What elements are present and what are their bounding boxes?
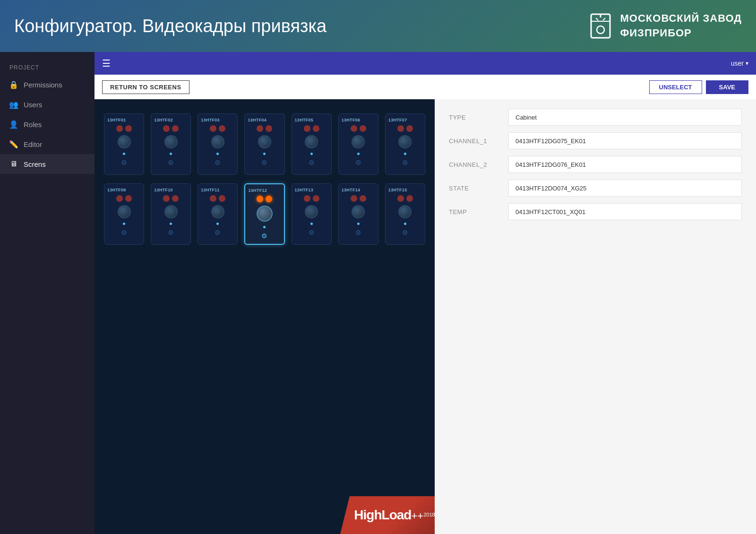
prop-row-channel1: CHANNEL_1 0413HTF12DG075_EK01 bbox=[449, 132, 742, 149]
hamburger-icon[interactable]: ☰ bbox=[102, 58, 111, 69]
cabinet-label: 13HTF07 bbox=[388, 118, 407, 122]
cabinet-indicators bbox=[257, 196, 272, 202]
cabinet-logo-icon: ⚙ bbox=[402, 159, 408, 166]
sidebar-item-editor[interactable]: ✏️ Editor bbox=[0, 134, 94, 154]
save-button[interactable]: SAVE bbox=[706, 80, 748, 94]
content-area: ☰ user ▾ RETURN TO SCREENS UNSELECT SAVE bbox=[94, 52, 756, 534]
indicator-right bbox=[266, 125, 272, 132]
sidebar-item-permissions[interactable]: 🔒 Permissions bbox=[0, 75, 94, 95]
cabinet-card-10[interactable]: 13HTF10 ⚙ bbox=[151, 183, 191, 245]
cabinet-card-14[interactable]: 13HTF14 ⚙ bbox=[338, 183, 378, 245]
prop-state-value[interactable]: 0413HTF12DO074_XG25 bbox=[508, 180, 742, 197]
cabinet-card-13[interactable]: 13HTF13 ⚙ bbox=[292, 183, 332, 245]
cabinet-card-03[interactable]: 13HTF03 ⚙ bbox=[198, 113, 238, 175]
cabinet-card-11[interactable]: 13HTF11 ⚙ bbox=[198, 183, 238, 245]
svg-point-2 bbox=[597, 26, 604, 34]
cabinet-card-09[interactable]: 13HTF09 ⚙ bbox=[104, 183, 144, 245]
user-menu[interactable]: user ▾ bbox=[731, 60, 748, 67]
sidebar-item-label: Screns bbox=[24, 160, 46, 168]
sidebar-item-label: Users bbox=[24, 101, 42, 109]
prop-channel1-value[interactable]: 0413HTF12DG075_EK01 bbox=[508, 132, 742, 149]
cabinet-logo-icon: ⚙ bbox=[355, 229, 361, 236]
sidebar-item-screns[interactable]: 🖥 Screns bbox=[0, 154, 94, 174]
prop-row-channel2: CHANNEL_2 0413HTF12DG076_EK01 bbox=[449, 156, 742, 173]
indicator-left bbox=[304, 195, 310, 202]
prop-temp-value[interactable]: 0413HTF12CT001_XQ01 bbox=[508, 203, 742, 220]
highload-year: 2018 bbox=[423, 512, 435, 517]
indicator-left-active bbox=[257, 196, 263, 202]
properties-panel: Type Cabinet CHANNEL_1 0413HTF12DG075_EK… bbox=[435, 99, 756, 534]
user-label: user bbox=[731, 60, 744, 67]
cabinet-logo-icon: ⚙ bbox=[168, 229, 174, 236]
cabinet-label: 13HTF05 bbox=[295, 118, 314, 122]
cabinet-card-05[interactable]: 13HTF05 ⚙ bbox=[292, 113, 332, 175]
cabinet-card-06[interactable]: 13HTF06 ⚙ bbox=[338, 113, 378, 175]
cabinet-card-02[interactable]: 13HTF02 ⚙ bbox=[151, 113, 191, 175]
cabinet-label: 13HTF04 bbox=[248, 118, 266, 122]
cabinet-dot bbox=[263, 226, 266, 228]
unselect-button[interactable]: UNSELECT bbox=[649, 80, 702, 94]
svg-line-4 bbox=[596, 18, 598, 20]
cabinet-dot bbox=[310, 223, 313, 225]
indicator-right bbox=[406, 125, 413, 132]
cabinet-dial bbox=[211, 205, 224, 218]
indicator-right bbox=[406, 195, 413, 202]
cabinet-logo-icon: ⚙ bbox=[261, 159, 267, 166]
indicator-left bbox=[116, 125, 123, 132]
indicator-left bbox=[397, 195, 404, 202]
cabinet-indicators bbox=[163, 195, 179, 202]
main-layout: Project 🔒 Permissions 👥 Users 👤 Roles ✏️… bbox=[0, 52, 756, 534]
cabinet-dot bbox=[170, 223, 172, 225]
screns-icon: 🖥 bbox=[9, 160, 18, 168]
cabinet-card-15[interactable]: 13HTF15 ⚙ bbox=[385, 183, 425, 245]
indicator-left bbox=[351, 125, 357, 132]
users-icon: 👥 bbox=[9, 100, 18, 109]
cabinet-card-12-selected[interactable]: 13HTF12 ⚙ bbox=[244, 183, 284, 245]
return-to-screens-button[interactable]: RETURN TO SCREENS bbox=[102, 80, 189, 94]
indicator-right bbox=[172, 125, 179, 132]
cabinet-dot bbox=[170, 153, 172, 155]
indicator-left bbox=[116, 195, 123, 202]
cabinet-indicators bbox=[116, 195, 132, 202]
sidebar-item-users[interactable]: 👥 Users bbox=[0, 95, 94, 114]
prop-channel1-label: CHANNEL_1 bbox=[449, 138, 501, 145]
cabinet-dial bbox=[257, 206, 273, 222]
cabinet-logo-icon: ⚙ bbox=[309, 159, 315, 166]
cabinet-card-01[interactable]: 13HTF01 ⚙ bbox=[104, 113, 144, 175]
chevron-down-icon: ▾ bbox=[746, 60, 748, 67]
cabinet-indicators bbox=[351, 195, 366, 202]
cabinet-dot bbox=[404, 153, 406, 155]
cabinet-dial bbox=[164, 135, 178, 148]
indicator-left bbox=[304, 125, 310, 132]
cabinet-indicators bbox=[116, 125, 132, 132]
cabinet-indicators bbox=[210, 125, 225, 132]
cabinet-dial bbox=[398, 135, 412, 148]
cabinet-card-07[interactable]: 13HTF07 ⚙ bbox=[385, 113, 425, 175]
cabinet-dial bbox=[305, 205, 318, 218]
indicator-left bbox=[210, 125, 216, 132]
prop-channel2-value[interactable]: 0413HTF12DG076_EK01 bbox=[508, 156, 742, 173]
highload-bold-text: Load bbox=[382, 508, 412, 522]
sidebar-item-roles[interactable]: 👤 Roles bbox=[0, 114, 94, 134]
cabinet-indicators bbox=[351, 125, 366, 132]
logo-text: МОСКОВСКИЙ ЗАВОД ФИЗПРИБОР bbox=[620, 11, 742, 41]
cabinet-label: 13HTF03 bbox=[201, 118, 220, 122]
cabinet-logo-icon: ⚙ bbox=[215, 229, 221, 236]
lock-icon: 🔒 bbox=[9, 80, 18, 89]
indicator-left bbox=[257, 125, 263, 132]
cabinet-dial bbox=[211, 135, 224, 148]
cabinet-dot bbox=[263, 153, 266, 155]
indicator-right bbox=[360, 125, 366, 132]
topbar-left: ☰ bbox=[102, 58, 111, 69]
cabinet-dot bbox=[404, 223, 406, 225]
prop-state-label: STATE bbox=[449, 185, 501, 192]
canvas-area[interactable]: 13HTF01 ⚙ 13HTF02 bbox=[94, 99, 435, 534]
cabinet-label: 13HTF13 bbox=[295, 188, 314, 192]
prop-temp-label: TEMP bbox=[449, 208, 501, 215]
cabinet-dial bbox=[352, 205, 365, 218]
logo-area: МОСКОВСКИЙ ЗАВОД ФИЗПРИБОР bbox=[586, 11, 742, 41]
highload-pp: ++ bbox=[411, 510, 423, 522]
cabinet-dot bbox=[357, 153, 360, 155]
cabinet-card-04[interactable]: 13HTF04 ⚙ bbox=[244, 113, 284, 175]
prop-row-type: Type Cabinet bbox=[449, 109, 742, 126]
